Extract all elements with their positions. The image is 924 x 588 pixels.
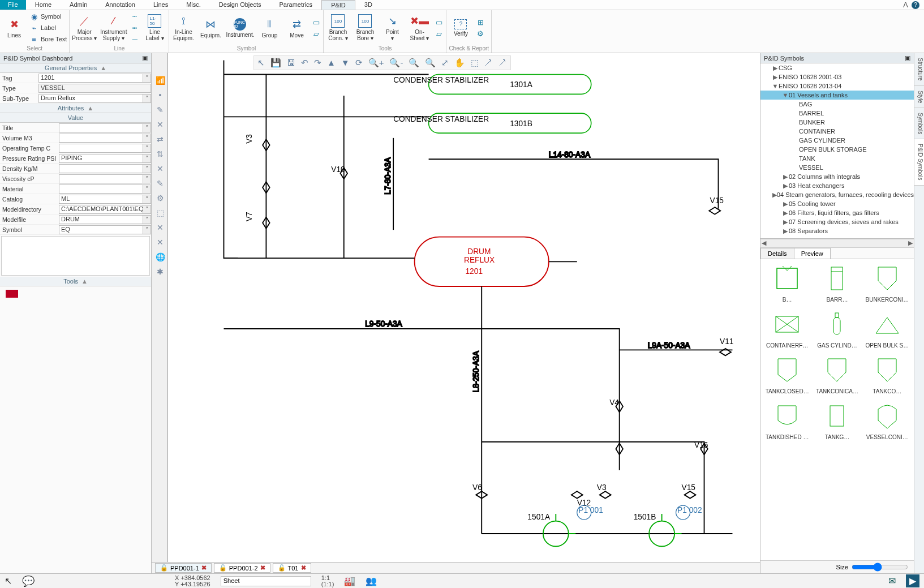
menu-misc[interactable]: Misc. [177, 0, 210, 10]
rb-sym-a[interactable]: ▭ [312, 17, 321, 27]
input-subtype[interactable]: Drum Reflux [38, 94, 143, 103]
canvas-tool-button[interactable]: ⟳ [355, 58, 363, 68]
menu-parametrics[interactable]: Parametrics [270, 0, 321, 10]
rb-symbol[interactable]: ◉Symbol [29, 11, 67, 22]
menu-admin[interactable]: Admin [61, 0, 96, 10]
preview-grid[interactable]: B…BARR…BUNKERCONI…CONTAINERF…GAS CYLIND…… [760, 259, 914, 560]
preview-item[interactable]: TANKCONICA… [814, 354, 860, 394]
side-tab-symbols[interactable]: Symbols [914, 108, 924, 139]
sheet-tab[interactable]: 🔓PPD001-1✖ [155, 563, 212, 573]
tree-node[interactable]: BAG [760, 100, 914, 109]
attr-dd[interactable]: ˅ [143, 134, 151, 143]
attr-dd[interactable]: ˅ [143, 184, 151, 194]
side-tab-style[interactable]: Style [914, 86, 924, 108]
rb-line-label[interactable]: L1-50Line Label ▾ [143, 12, 166, 44]
rb-check-a[interactable]: ⊞ [476, 17, 485, 27]
menu-pid[interactable]: P&ID [321, 0, 355, 10]
drawing-canvas[interactable]: CONDENSER STABILIZER 1301A CONDENSER STA… [167, 53, 760, 562]
tree-node[interactable]: ▶05 Cooling tower [760, 199, 914, 208]
attr-dd[interactable]: ˅ [143, 164, 151, 173]
rb-inline-equip[interactable]: ⟟In-Line Equipm. [171, 12, 195, 44]
menu-design-objects[interactable]: Design Objects [210, 0, 270, 10]
tree-arrow-icon[interactable]: ▶ [782, 173, 789, 181]
rb-line-opt2[interactable]: ┅ [130, 23, 139, 33]
attr-dd[interactable]: ˅ [143, 174, 151, 183]
vtool-button[interactable]: ⇄ [154, 135, 166, 144]
tools-header[interactable]: Tools▲ [0, 277, 151, 286]
tree-node[interactable]: ▶08 Separators [760, 226, 914, 235]
tree-arrow-icon[interactable]: ▶ [772, 74, 779, 81]
general-properties-header[interactable]: General Properties▲ [0, 63, 151, 73]
attr-dd[interactable]: ˅ [143, 205, 151, 214]
tree-arrow-icon[interactable]: ▶ [782, 209, 789, 217]
tree-node[interactable]: GAS CYLINDER [760, 136, 914, 145]
rb-equip[interactable]: ⋈Equipm. [199, 12, 222, 44]
rb-move[interactable]: ⇄Move [285, 12, 308, 44]
side-tab-structure[interactable]: Structure [914, 53, 924, 86]
panel-pin-icon-2[interactable]: ▣ [905, 54, 910, 62]
preview-item[interactable]: TANKDISHED … [764, 400, 810, 440]
tab-details[interactable]: Details [760, 248, 794, 259]
tree-node[interactable]: ▶ENISO 10628 2001-03 [760, 72, 914, 81]
preview-item[interactable]: B… [764, 263, 810, 303]
canvas-tool-button[interactable]: ⸕ [498, 58, 507, 68]
tree-hscroll[interactable]: ◀▶ [760, 239, 914, 248]
close-icon[interactable]: ✖ [301, 564, 306, 572]
canvas-tool-button[interactable]: ⸕ [484, 58, 493, 68]
menu-file[interactable]: File [0, 0, 26, 10]
vtool-button[interactable]: ✎ [154, 179, 166, 188]
canvas-tool-button[interactable]: 🖫 [287, 58, 295, 68]
tree-node[interactable]: ▶06 Filters, liquid filters, gas filters [760, 208, 914, 217]
canvas-tool-button[interactable]: 💾 [270, 58, 281, 68]
rb-branch-conn[interactable]: 100Branch Conn. ▾ [326, 12, 350, 44]
sheet-tab[interactable]: 🔓PPD001-2✖ [214, 563, 270, 573]
attr-dd[interactable]: ˅ [143, 123, 151, 132]
rb-on-sheet[interactable]: ✖▬On- Sheet ▾ [407, 12, 431, 44]
size-slider[interactable] [852, 563, 908, 572]
preview-item[interactable]: BARR… [814, 263, 860, 303]
tree-node[interactable]: BARREL [760, 109, 914, 118]
tab-preview[interactable]: Preview [794, 248, 831, 259]
tree-arrow-icon[interactable]: ▶ [782, 218, 789, 226]
preview-item[interactable]: BUNKERCONI… [864, 263, 910, 303]
rb-line-opt1[interactable]: ┄ [130, 11, 139, 22]
attr-value[interactable]: ML [59, 195, 143, 204]
tree-node[interactable]: TANK [760, 154, 914, 163]
rb-bore-text[interactable]: ≡Bore Text [29, 34, 67, 44]
dd-subtype[interactable]: ˅ [143, 94, 151, 103]
input-tag[interactable]: 1201 [38, 74, 143, 83]
canvas-tool-button[interactable]: 🔍 [409, 58, 419, 68]
vtool-button[interactable]: ✕ [154, 120, 166, 129]
vtool-button[interactable]: • [154, 91, 166, 100]
vtool-button[interactable]: ⇅ [154, 149, 166, 158]
attr-dd[interactable]: ˅ [143, 154, 151, 163]
canvas-tool-button[interactable]: ↶ [301, 58, 308, 68]
tree-node[interactable]: ▶04 Steam generators, furnaces, recoolin… [760, 190, 914, 199]
tree-node[interactable]: VESSEL [760, 163, 914, 172]
tree-node[interactable]: ▼01 Vessels and tanks [760, 91, 914, 100]
vtool-button[interactable]: ✱ [154, 267, 166, 276]
mail-icon[interactable]: ✉ [888, 576, 896, 586]
attr-value[interactable] [59, 144, 143, 153]
tree-arrow-icon[interactable]: ▼ [772, 83, 779, 89]
attr-value[interactable]: C:\AECDEMO\PLANT001\EQLIB [59, 205, 143, 214]
panel-pin-icon[interactable]: ▣ [142, 54, 148, 62]
rb-line-opt3[interactable]: ─ [130, 34, 139, 44]
rb-check-b[interactable]: ⚙ [476, 28, 485, 38]
vtool-button[interactable]: ✕ [154, 164, 166, 173]
tree-arrow-icon[interactable]: ▶ [772, 191, 777, 199]
preview-item[interactable]: GAS CYLIND… [814, 308, 860, 349]
rb-lines[interactable]: ✖ Lines [2, 12, 26, 44]
close-icon[interactable]: ✖ [260, 564, 265, 572]
tree-node[interactable]: CONTAINER [760, 127, 914, 136]
vtool-button[interactable]: ✕ [154, 223, 166, 232]
attr-dd[interactable]: ˅ [143, 215, 151, 224]
attr-value[interactable] [59, 164, 143, 173]
help-icon[interactable]: ? [912, 1, 919, 9]
preview-item[interactable]: TANKG… [814, 400, 860, 440]
preview-item[interactable]: VESSELCONI… [864, 400, 910, 440]
menu-3d[interactable]: 3D [355, 0, 381, 10]
rb-label[interactable]: ⌁Label [29, 23, 67, 33]
building-icon[interactable]: 🏭 [344, 576, 355, 586]
canvas-tool-button[interactable]: ⤢ [441, 58, 449, 68]
